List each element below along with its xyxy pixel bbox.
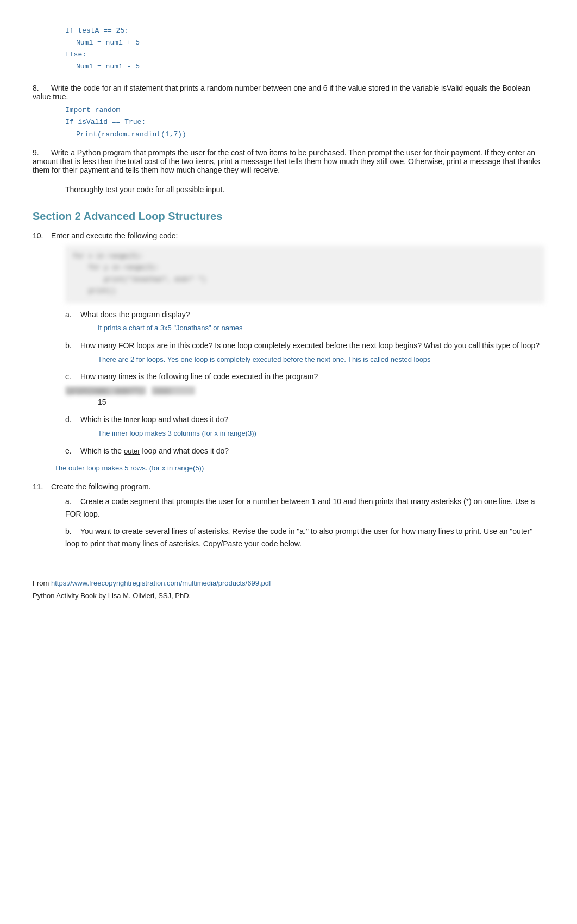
q10-b-text: How many FOR loops are in this code? Is … — [80, 341, 540, 350]
q10-c-answer: 15 — [98, 396, 544, 408]
footer-url[interactable]: https://www.freecopyrightregistration.co… — [51, 579, 271, 587]
footer-from-text: From — [33, 579, 51, 587]
q11-sub-b: b. You want to create several lines of a… — [65, 525, 544, 550]
code-line-1: If testA == 25: — [65, 25, 544, 37]
q11-b-text: You want to create several lines of aste… — [65, 527, 532, 548]
q9-number: 9. — [33, 148, 49, 157]
section2-header: Section 2 Advanced Loop Structures — [33, 210, 544, 223]
q11-number: 11. — [33, 482, 49, 491]
q11-text: Create the following program. — [51, 482, 151, 491]
q11-sub-a: a. Create a code segment that prompts th… — [65, 495, 544, 520]
question-8: 8. Write the code for an if statement th… — [33, 84, 544, 140]
q10-sub-b: b. How many FOR loops are in this code? … — [65, 340, 544, 365]
q10-sub-c: c. How many times is the following line … — [65, 370, 544, 408]
q8-number: 8. — [33, 84, 49, 92]
q10-text: Enter and execute the following code: — [51, 231, 178, 240]
q10-e-label: e. — [65, 445, 78, 457]
q9-text: Write a Python program that prompts the … — [33, 148, 540, 174]
q10-b-answer: There are 2 for loops. Yes one loop is c… — [98, 354, 544, 366]
q8-text: Write the code for an if statement that … — [33, 84, 530, 101]
question-9: 9. Write a Python program that prompts t… — [33, 148, 544, 174]
q10-a-label: a. — [65, 309, 78, 320]
q10-e-outer-label: outer — [124, 447, 140, 455]
q10-e-text1: Which is the — [80, 447, 122, 455]
q10-number: 10. — [33, 231, 49, 240]
code-line-3: Else: — [65, 49, 544, 61]
q11-a-label: a. — [65, 495, 78, 507]
q10-c-label: c. — [65, 370, 78, 382]
top-code-block: If testA == 25: Num1 = num1 + 5 Else: Nu… — [33, 25, 544, 73]
blurred-code-image: for x in range(5): for y in range(3): pr… — [65, 246, 544, 303]
q10-d-inner-label: inner — [124, 416, 140, 424]
code-line-2: Num1 = num1 + 5 — [76, 37, 544, 49]
footer-line1: From https://www.freecopyrightregistrati… — [33, 577, 544, 589]
code-line-4: Num1 = num1 - 5 — [76, 61, 544, 73]
question-10: 10. Enter and execute the following code… — [33, 231, 544, 474]
q10-a-answer: It prints a chart of a 3x5 "Jonathans" o… — [98, 323, 544, 334]
questions-list-2: 10. Enter and execute the following code… — [33, 231, 544, 550]
q11-b-label: b. — [65, 525, 78, 537]
q8-answer-line2: If isValid == True: — [65, 116, 544, 128]
q10-sub-a: a. What does the program display? It pri… — [65, 309, 544, 334]
question-11: 11. Create the following program. a. Cre… — [33, 482, 544, 550]
q10-a-text: What does the program display? — [80, 310, 190, 319]
q10-d-answer: The inner loop makes 3 columns (for x in… — [98, 428, 544, 439]
footer: From https://www.freecopyrightregistrati… — [33, 577, 544, 602]
q10-d-text2: loop and what does it do? — [142, 415, 229, 424]
q8-answer-line1: Import random — [65, 104, 544, 116]
q10-d-label: d. — [65, 413, 78, 425]
q10-e-text2: loop and what does it do? — [142, 447, 229, 455]
q10-sub-d: d. Which is the inner loop and what does… — [65, 413, 544, 439]
q11-sublist: a. Create a code segment that prompts th… — [33, 495, 544, 550]
q8-answer-line3: Print(random.randint(1,7)) — [76, 129, 544, 141]
footer-line2: Python Activity Book by Lisa M. Olivieri… — [33, 589, 544, 602]
q10-c-blurred-line2: xxxx — [152, 386, 195, 395]
q11-a-text: Create a code segment that prompts the u… — [65, 497, 535, 518]
q10-b-label: b. — [65, 340, 78, 351]
q10-c-text: How many times is the following line of … — [80, 372, 318, 381]
q10-d-text1: Which is the — [80, 415, 122, 424]
q10-sub-e: e. Which is the outer loop and what does… — [65, 445, 544, 457]
q10-c-blurred-line: print(name, end="") — [65, 386, 146, 395]
q10-sublist: a. What does the program display? It pri… — [33, 309, 544, 457]
outer-loop-answer: The outer loop makes 5 rows. (for x in r… — [54, 463, 544, 474]
section2-header-text: Section 2 Advanced Loop Structures — [33, 210, 222, 222]
thorough-note: Thoroughly test your code for all possib… — [65, 185, 544, 194]
questions-list: 8. Write the code for an if statement th… — [33, 84, 544, 174]
